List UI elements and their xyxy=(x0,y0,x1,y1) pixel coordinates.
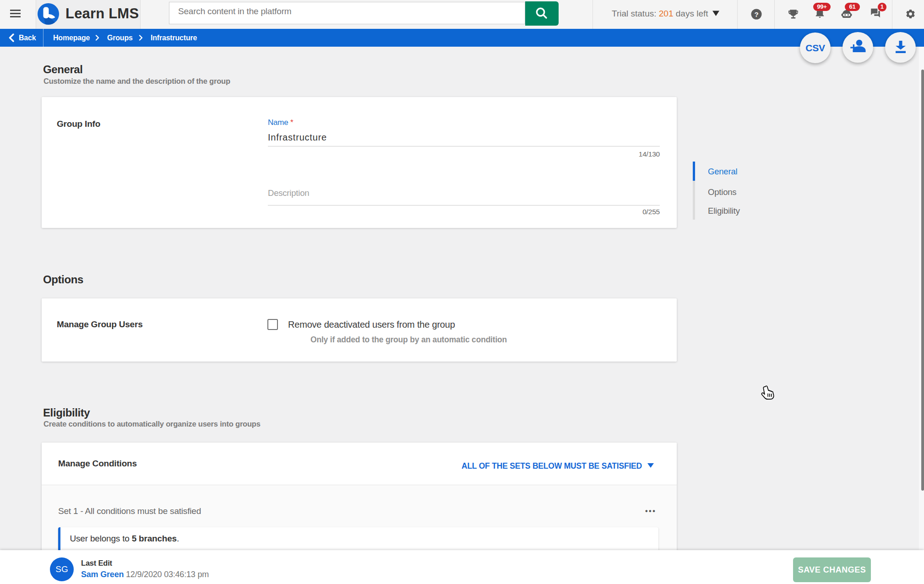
svg-text:?: ? xyxy=(755,11,759,18)
